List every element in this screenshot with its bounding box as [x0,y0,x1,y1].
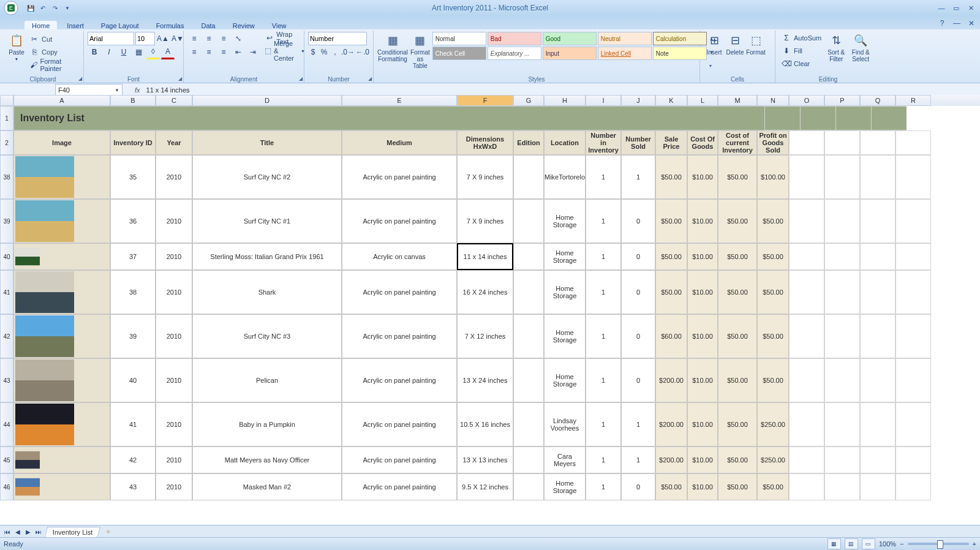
cell-sale-price[interactable]: $50.00 [655,199,687,243]
col-header-O[interactable]: O [789,95,824,106]
cell-medium[interactable]: Acrylic on panel painting [342,358,457,402]
cell-inventory-id[interactable]: 40 [110,358,156,402]
cell-location[interactable]: Home Storage [544,199,586,243]
cell-edition[interactable] [513,446,544,473]
cell-location[interactable]: Lindsay Voorhees [544,402,586,446]
cell-medium[interactable]: Acrylic on panel painting [342,155,457,199]
row-header-1[interactable]: 1 [0,106,13,130]
cell-image[interactable] [13,314,110,358]
col-header-A[interactable]: A [13,95,110,106]
tab-review[interactable]: ReviewR [225,21,262,29]
style-calculation[interactable]: Calculation [653,32,707,45]
col-header-I[interactable]: I [586,95,621,106]
cell-image[interactable] [13,402,110,446]
cell-dimensions[interactable]: 10.5 X 16 inches [457,402,513,446]
cell-profit[interactable]: $50.00 [757,358,789,402]
cell-dimensions[interactable]: 13 X 13 inches [457,446,513,473]
autosum-button[interactable]: ΣAutoSum [779,32,824,44]
sheet-tab-inventory-list[interactable]: Inventory List [45,527,101,537]
cell-inventory-id[interactable]: 38 [110,270,156,314]
cell-medium[interactable]: Acrylic on panel painting [342,199,457,243]
cell-num-sold[interactable]: 0 [621,314,655,358]
cell-location[interactable]: Home Storage [544,270,586,314]
cell-dimensions[interactable]: 7 X 9 inches [457,155,513,199]
alignment-launcher-icon[interactable]: ◢ [299,76,303,81]
delete-cells-button[interactable]: ⊟Delete [725,32,745,72]
new-sheet-icon[interactable]: ✧ [102,527,114,537]
cell-inventory-id[interactable]: 37 [110,243,156,270]
row-header-41[interactable]: 41 [0,270,13,314]
col-header-M[interactable]: M [718,95,757,106]
cell-edition[interactable] [513,473,544,500]
col-header-F[interactable]: F [457,95,513,106]
format-as-table-button[interactable]: ▦Format as Table [410,32,430,72]
cell-num-inventory[interactable]: 1 [586,155,621,199]
style-good[interactable]: Good [543,32,597,45]
cell-cost-current-inv[interactable]: $50.00 [718,243,757,270]
sort-filter-button[interactable]: ⇅Sort & Filter [824,32,848,72]
cell-location[interactable]: Home Storage [544,314,586,358]
cell-cost-of-goods[interactable]: $10.00 [687,199,718,243]
comma-icon[interactable]: , [330,45,340,59]
page-break-view-icon[interactable]: ▭ [862,538,875,549]
col-header-J[interactable]: J [621,95,655,106]
tab-formulas[interactable]: FormulasM [149,21,192,29]
zoom-in-icon[interactable]: + [973,540,976,548]
accounting-icon[interactable]: $ [308,45,318,59]
cell-dimensions[interactable]: 11 x 14 inches [457,243,513,270]
align-middle-icon[interactable]: ≡ [202,32,216,45]
align-bottom-icon[interactable]: ≡ [217,32,230,45]
cell-cost-of-goods[interactable]: $10.00 [687,446,718,473]
restore-button[interactable]: ▭ [949,3,963,13]
grow-font-icon[interactable]: A▲ [156,32,170,45]
minimize-ribbon-icon[interactable]: — [951,17,963,29]
zoom-out-icon[interactable]: − [900,540,903,548]
header-inventory-id[interactable]: Inventory ID [110,130,156,155]
border-icon[interactable]: ▦ [132,45,145,59]
name-box[interactable]: F40 ▼ [55,84,123,96]
header-profit-on-goods-sold[interactable]: Profit on Goods Sold [757,130,789,155]
cell-medium[interactable]: Acrylic on panel painting [342,402,457,446]
cell-num-inventory[interactable]: 1 [586,473,621,500]
cell-medium[interactable]: Acrylic on panel painting [342,314,457,358]
cell-year[interactable]: 2010 [156,243,192,270]
cell-image[interactable] [13,446,110,473]
cell-image[interactable] [13,473,110,500]
clear-button[interactable]: ⌫Clear [779,58,824,70]
cell-medium[interactable]: Acrylic on panel painting [342,446,457,473]
cell-profit[interactable]: $50.00 [757,270,789,314]
cell-edition[interactable] [513,314,544,358]
cell-num-inventory[interactable]: 1 [586,243,621,270]
cell-profit[interactable]: $50.00 [757,199,789,243]
help-icon[interactable]: ? [936,17,948,29]
find-select-button[interactable]: 🔍Find & Select [848,32,873,72]
style-normal[interactable]: Normal [432,32,486,45]
cell-year[interactable]: 2010 [156,199,192,243]
col-header-H[interactable]: H [544,95,586,106]
cell-profit[interactable]: $100.00 [757,155,789,199]
cell-profit[interactable]: $50.00 [757,473,789,500]
increase-decimal-icon[interactable]: .0→ [341,45,355,59]
tab-home[interactable]: HomeH [24,21,57,29]
italic-icon[interactable]: I [102,45,116,59]
cell-dimensions[interactable]: 9.5 X 12 inches [457,473,513,500]
cell-profit[interactable]: $250.00 [757,402,789,446]
cell-year[interactable]: 2010 [156,270,192,314]
cell-num-sold[interactable]: 0 [621,270,655,314]
normal-view-icon[interactable]: ▦ [827,538,841,549]
tab-view[interactable]: ViewW [265,21,294,29]
cell-location[interactable]: Home Storage [544,243,586,270]
cell-num-inventory[interactable]: 1 [586,446,621,473]
header-image[interactable]: Image [13,130,110,155]
bold-icon[interactable]: B [88,45,101,59]
col-header-R[interactable]: R [895,95,931,106]
cell-title[interactable]: Matt Meyers as Navy Officer [192,446,342,473]
percent-icon[interactable]: % [319,45,329,59]
cell-cost-current-inv[interactable]: $50.00 [718,446,757,473]
style-explanatory[interactable]: Explanatory ... [488,47,541,60]
format-cells-button[interactable]: ⬚Format [745,32,766,72]
cell-year[interactable]: 2010 [156,446,192,473]
format-painter-button[interactable]: 🖌Format Painter [27,59,80,71]
cell-inventory-id[interactable]: 43 [110,473,156,500]
font-color-icon[interactable]: A [161,45,175,59]
